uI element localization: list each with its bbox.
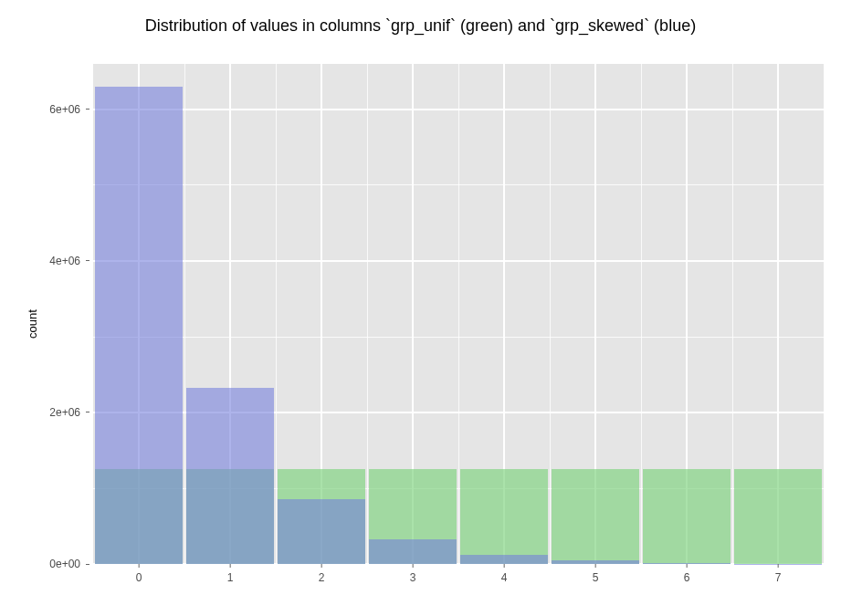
- x-tick-label: 6: [684, 571, 690, 584]
- x-tick-label: 2: [319, 571, 325, 584]
- bar-grp_skewed-3: [369, 539, 457, 564]
- chart-title: Distribution of values in columns `grp_u…: [0, 0, 841, 45]
- plot-area: [93, 64, 824, 564]
- bar-grp_unif-4: [460, 469, 548, 564]
- bar-grp_unif-5: [552, 469, 639, 564]
- bar-grp_skewed-4: [460, 555, 548, 564]
- bar-grp_unif-6: [643, 469, 731, 564]
- y-axis: 0e+002e+064e+066e+06: [42, 64, 89, 564]
- y-tick-label: 2e+06: [49, 406, 86, 419]
- x-tick-label: 5: [593, 571, 599, 584]
- x-tick-label: 7: [775, 571, 782, 584]
- chart-container: count 0e+002e+064e+066e+06 01234567: [26, 46, 829, 602]
- y-tick-label: 4e+06: [49, 255, 86, 267]
- bar-grp_unif-7: [734, 469, 822, 564]
- y-tick-label: 0e+00: [49, 558, 86, 570]
- x-tick-label: 3: [410, 571, 416, 584]
- x-tick-label: 0: [136, 571, 142, 584]
- bar-grp_skewed-1: [186, 388, 274, 564]
- x-tick: 3: [410, 564, 416, 584]
- x-tick: 6: [684, 564, 690, 584]
- x-tick-label: 4: [501, 571, 508, 584]
- x-tick: 4: [501, 564, 508, 584]
- x-tick-label: 1: [227, 571, 234, 584]
- bar-grp_skewed-0: [95, 87, 183, 564]
- x-tick: 5: [593, 564, 599, 584]
- x-axis: 01234567: [93, 564, 824, 591]
- y-tick-label: 6e+06: [49, 103, 86, 116]
- x-tick: 0: [136, 564, 142, 584]
- y-axis-label: count: [26, 309, 39, 339]
- x-tick: 2: [319, 564, 325, 584]
- x-tick: 1: [227, 564, 234, 584]
- bar-grp_skewed-2: [278, 499, 365, 564]
- x-tick: 7: [775, 564, 782, 584]
